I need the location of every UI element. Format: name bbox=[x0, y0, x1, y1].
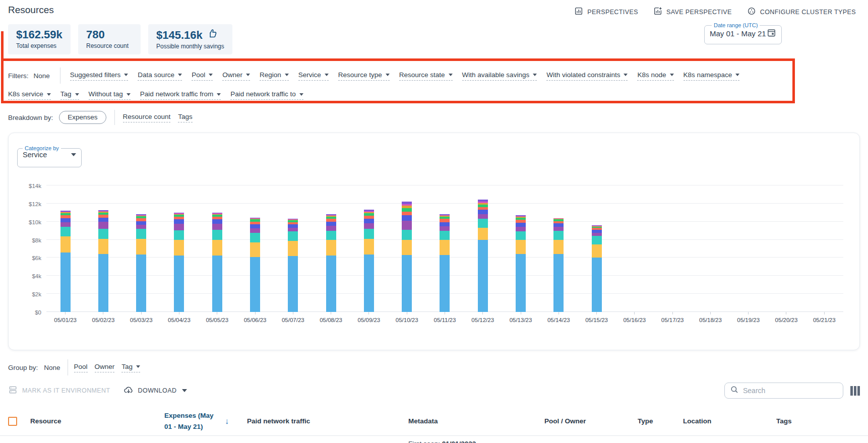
chevron-down-icon bbox=[127, 93, 131, 96]
x-axis-tick bbox=[65, 312, 66, 314]
chevron-down-icon bbox=[325, 74, 329, 76]
manage-columns-icon[interactable] bbox=[850, 386, 860, 396]
x-axis-label: 05/05/23 bbox=[206, 317, 228, 323]
search-input[interactable] bbox=[743, 387, 838, 395]
filter-with-available-savings[interactable]: With available savings bbox=[462, 71, 537, 81]
configure-cluster-types-button[interactable]: CONFIGURE CLUSTER TYPES bbox=[747, 7, 856, 17]
x-slot: 05/21/23 bbox=[805, 312, 843, 323]
chevron-down-icon bbox=[533, 74, 537, 76]
date-range-label: Date range (UTC) bbox=[712, 22, 760, 28]
expenses-chart-card: Categorize by Service $0$2k$4k$6k$8k$10k… bbox=[8, 133, 860, 350]
bar-stack[interactable] bbox=[326, 214, 336, 312]
filter-suggested-filters[interactable]: Suggested filters bbox=[70, 71, 129, 81]
x-axis-label: 05/20/23 bbox=[775, 317, 798, 323]
resource-count-label: Resource count bbox=[86, 42, 133, 49]
x-axis-tick bbox=[521, 312, 521, 314]
chevron-down-icon bbox=[124, 74, 128, 76]
filter-data-source[interactable]: Data source bbox=[138, 71, 182, 81]
chevron-down-icon bbox=[136, 365, 140, 368]
column-header-paid-network-traffic[interactable]: Paid network traffic bbox=[247, 417, 408, 425]
chevron-down-icon bbox=[246, 74, 250, 76]
date-range-picker[interactable]: Date range (UTC) May 01 - May 21 bbox=[704, 22, 782, 44]
resource-count-card[interactable]: 780 Resource count bbox=[78, 24, 141, 54]
bar-05-08-23 bbox=[312, 185, 350, 312]
filter-resource-type[interactable]: Resource type bbox=[338, 71, 390, 81]
bar-stack[interactable] bbox=[174, 213, 184, 312]
bar-stack[interactable] bbox=[592, 225, 602, 312]
perspectives-button[interactable]: PERSPECTIVES bbox=[574, 7, 638, 17]
breakdown-option-tags[interactable]: Tags bbox=[178, 113, 193, 122]
service-segment-5 bbox=[364, 219, 374, 223]
bar-05-13-23 bbox=[502, 185, 539, 312]
bar-stack[interactable] bbox=[98, 210, 108, 312]
bar-stack[interactable] bbox=[364, 210, 374, 312]
filter-resource-state[interactable]: Resource state bbox=[399, 71, 453, 81]
filter-without-tag[interactable]: Without tag bbox=[89, 90, 131, 100]
group-by-option-owner[interactable]: Owner bbox=[95, 363, 115, 372]
bar-stack[interactable] bbox=[553, 218, 564, 312]
column-header-metadata[interactable]: Metadata bbox=[408, 417, 544, 425]
x-axis-tick bbox=[255, 312, 256, 314]
sort-desc-icon[interactable]: ↓ bbox=[225, 417, 229, 426]
bar-stack[interactable] bbox=[136, 214, 146, 312]
filter-owner[interactable]: Owner bbox=[222, 71, 250, 81]
download-button[interactable]: DOWNLOAD bbox=[123, 385, 188, 397]
filter-k8s-node[interactable]: K8s node bbox=[637, 71, 673, 81]
x-slot: 05/11/23 bbox=[426, 312, 464, 323]
x-slot: 05/19/23 bbox=[729, 312, 767, 323]
breakdown-option-resource-count[interactable]: Resource count bbox=[123, 113, 171, 122]
y-axis-tick: $0 bbox=[35, 309, 46, 315]
service-segment-5 bbox=[60, 218, 71, 222]
bar-stack[interactable] bbox=[402, 202, 412, 312]
filter-region[interactable]: Region bbox=[260, 71, 289, 81]
breakdown-section: Breakdown by: Expenses Resource count Ta… bbox=[0, 100, 868, 125]
filter-pool[interactable]: Pool bbox=[192, 71, 213, 81]
filter-paid-network-traffic-from[interactable]: Paid network traffic from bbox=[140, 90, 221, 100]
service-segment-1 bbox=[288, 256, 298, 312]
service-segment-4 bbox=[402, 221, 412, 230]
y-axis-tick: $10k bbox=[29, 219, 46, 225]
breakdown-expenses-chip[interactable]: Expenses bbox=[59, 111, 106, 124]
column-header-resource[interactable]: Resource bbox=[30, 417, 151, 425]
filter-k8s-namespace[interactable]: K8s namespace bbox=[684, 71, 740, 81]
filter-with-violated-constraints[interactable]: With violated constraints bbox=[546, 71, 628, 81]
column-header-type[interactable]: Type bbox=[638, 417, 683, 425]
x-axis-tick bbox=[103, 312, 103, 314]
bar-stack[interactable] bbox=[60, 211, 71, 312]
bar-05-21-23 bbox=[805, 185, 843, 312]
column-header-expenses[interactable]: Expenses (May 01 - May 21) ↓ bbox=[151, 410, 247, 432]
bar-05-12-23 bbox=[464, 185, 502, 312]
service-segment-1 bbox=[402, 255, 412, 312]
bar-stack[interactable] bbox=[212, 213, 222, 312]
filter-k8s-service[interactable]: K8s service bbox=[8, 90, 51, 100]
categorize-by-select[interactable]: Categorize by Service bbox=[17, 145, 82, 167]
x-slot: 05/06/23 bbox=[236, 312, 274, 323]
filters-label-group: Filters: None bbox=[8, 68, 60, 84]
bar-stack[interactable] bbox=[516, 215, 526, 312]
filter-tag[interactable]: Tag bbox=[60, 90, 79, 100]
mark-as-it-environment-button[interactable]: MARK AS IT ENVIRONMENT bbox=[8, 385, 110, 396]
table-toolbar: MARK AS IT ENVIRONMENT DOWNLOAD bbox=[0, 375, 868, 399]
chevron-down-icon bbox=[449, 74, 453, 76]
filter-paid-network-traffic-to[interactable]: Paid network traffic to bbox=[230, 90, 303, 100]
column-header-location[interactable]: Location bbox=[683, 417, 776, 425]
group-by-option-tag[interactable]: Tag bbox=[121, 363, 140, 372]
calendar-icon[interactable] bbox=[767, 28, 776, 39]
bar-stack[interactable] bbox=[250, 218, 260, 312]
select-all-checkbox[interactable] bbox=[8, 417, 17, 426]
total-expenses-card[interactable]: $162.59k Total expenses bbox=[8, 24, 71, 54]
group-by-option-pool[interactable]: Pool bbox=[74, 363, 88, 372]
chevron-down-icon bbox=[386, 74, 390, 76]
column-header-pool-owner[interactable]: Pool / Owner bbox=[544, 417, 638, 425]
table-row[interactable]: First seen: 01/01/2023 Last seen: 05/22/… bbox=[0, 436, 868, 443]
resources-table-header: Resource Expenses (May 01 - May 21) ↓ Pa… bbox=[0, 407, 868, 436]
service-segment-5 bbox=[250, 224, 260, 228]
filter-service[interactable]: Service bbox=[298, 71, 329, 81]
bar-stack[interactable] bbox=[478, 200, 488, 312]
bar-stack[interactable] bbox=[440, 214, 450, 312]
save-perspective-button[interactable]: SAVE PERSPECTIVE bbox=[653, 7, 732, 17]
possible-savings-card[interactable]: $145.16k Possible monthly savings bbox=[148, 24, 232, 54]
bar-stack[interactable] bbox=[288, 219, 298, 312]
service-segment-1 bbox=[440, 255, 450, 312]
column-header-tags[interactable]: Tags bbox=[776, 417, 868, 425]
